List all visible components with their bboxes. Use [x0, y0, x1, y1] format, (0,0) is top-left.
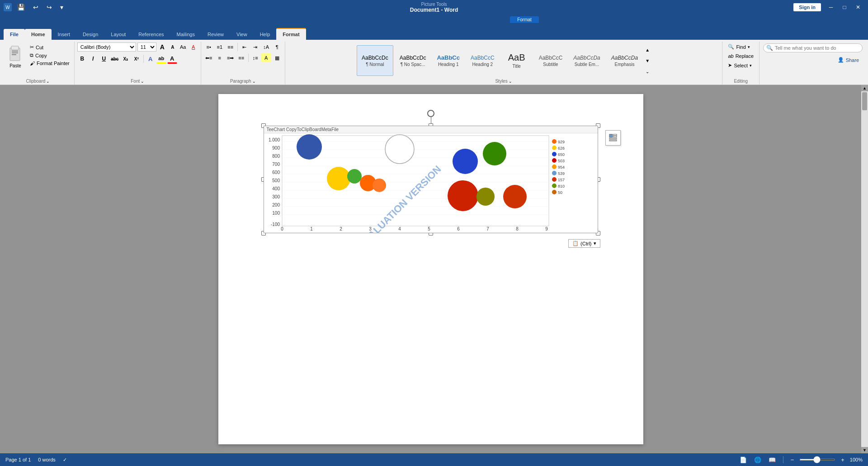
paste-options-popup[interactable]: 📋 (Ctrl) ▾: [568, 239, 600, 248]
tab-home[interactable]: Home: [25, 29, 52, 40]
vertical-scrollbar[interactable]: ▲ ▼: [861, 85, 868, 453]
close-button[interactable]: ✕: [852, 2, 864, 13]
quick-customize-btn[interactable]: ▾: [57, 3, 66, 12]
cut-button[interactable]: ✂ Cut: [28, 43, 71, 51]
font-color-button[interactable]: A: [167, 54, 177, 64]
font-expand-icon[interactable]: ⌄: [141, 79, 144, 84]
read-mode-btn[interactable]: 📖: [767, 456, 778, 464]
align-right-button[interactable]: ≡➡: [226, 53, 236, 62]
tab-design[interactable]: Design: [76, 29, 104, 40]
multilevel-list-button[interactable]: ≡≡: [226, 42, 236, 52]
bullet-list-button[interactable]: ≡•: [204, 42, 214, 52]
styles-expand-icon[interactable]: ⌄: [509, 79, 512, 84]
style-title-preview: AaB: [508, 52, 525, 63]
chart-wrapper[interactable]: TeeChart CopyToClipBoardMetaFile 1.000 9…: [264, 126, 598, 233]
scroll-thumb[interactable]: [862, 92, 867, 110]
paste-icon: [7, 44, 24, 63]
copy-button[interactable]: ⧉ Copy: [28, 52, 71, 59]
clipboard-expand-icon[interactable]: ⌄: [46, 79, 50, 84]
text-highlight-button[interactable]: ab: [156, 54, 166, 64]
layout-options-popup[interactable]: [605, 130, 621, 146]
style-subtle-em-preview: AaBbCcDa: [573, 55, 600, 61]
svg-text:600: 600: [272, 170, 280, 175]
numbered-list-button[interactable]: ≡1: [215, 42, 225, 52]
style-heading2[interactable]: AaBbCcC Heading 2: [466, 45, 499, 76]
print-layout-btn[interactable]: 📄: [738, 456, 749, 464]
styles-scroll-down[interactable]: ▼: [644, 56, 651, 65]
web-layout-btn[interactable]: 🌐: [752, 456, 763, 464]
zoom-out-btn[interactable]: −: [789, 456, 796, 464]
style-heading1[interactable]: AaBbCc Heading 1: [432, 45, 464, 76]
clear-formatting-button[interactable]: A: [189, 42, 198, 52]
change-case-button[interactable]: Aa: [179, 42, 188, 52]
tab-layout[interactable]: Layout: [104, 29, 132, 40]
quick-redo-btn[interactable]: ↪: [44, 3, 55, 12]
font-family-select[interactable]: Calibri (Body): [77, 42, 136, 52]
increase-indent-button[interactable]: ⇥: [250, 42, 260, 52]
search-box[interactable]: 🔍: [763, 43, 863, 52]
underline-button[interactable]: U: [99, 54, 109, 64]
share-button[interactable]: 👤 Share: [834, 55, 863, 65]
tab-mailings[interactable]: Mailings: [170, 29, 201, 40]
scroll-up-button[interactable]: ▲: [861, 85, 868, 91]
shading-button[interactable]: A: [261, 53, 271, 62]
scroll-down-button[interactable]: ▼: [861, 447, 868, 453]
decrease-indent-button[interactable]: ⇤: [240, 42, 250, 52]
show-hide-button[interactable]: ¶: [272, 42, 282, 52]
replace-button[interactable]: ab Replace: [725, 52, 756, 60]
svg-text:5: 5: [428, 226, 430, 231]
font-shrink-button[interactable]: A: [168, 42, 177, 52]
restore-button[interactable]: □: [838, 2, 851, 13]
style-subtitle[interactable]: AaBbCcC Subtitle: [534, 45, 567, 76]
paragraph-group: ≡• ≡1 ≡≡ ⇤ ⇥ ↕A ¶ ⬅≡ ≡ ≡➡ ≡≡ ↕≡ A ▦ Para…: [201, 42, 285, 85]
bold-button[interactable]: B: [77, 54, 87, 64]
tab-view[interactable]: View: [230, 29, 254, 40]
quick-save-btn[interactable]: 💾: [14, 3, 28, 12]
tab-file[interactable]: File: [4, 29, 25, 40]
styles-scroll-up[interactable]: ▲: [644, 45, 651, 54]
style-normal[interactable]: AaBbCcDc ¶ Normal: [357, 45, 393, 76]
borders-button[interactable]: ▦: [272, 53, 282, 62]
sign-in-button[interactable]: Sign in: [793, 3, 821, 11]
strikethrough-button[interactable]: abc: [110, 54, 120, 64]
quick-undo-btn[interactable]: ↩: [30, 3, 41, 12]
svg-text:1.000: 1.000: [268, 137, 279, 142]
tab-help[interactable]: Help: [254, 29, 277, 40]
style-no-spacing[interactable]: AaBbCcDc ¶ No Spac...: [395, 45, 431, 76]
paragraph-expand-icon[interactable]: ⌄: [252, 79, 256, 84]
minimize-button[interactable]: ─: [825, 2, 837, 13]
svg-text:200: 200: [272, 202, 280, 207]
style-title[interactable]: AaB Title: [501, 45, 533, 76]
justify-button[interactable]: ≡≡: [236, 53, 246, 62]
style-subtle-emphasis[interactable]: AaBbCcDa Subtle Em...: [569, 45, 604, 76]
italic-button[interactable]: I: [88, 54, 98, 64]
tab-review[interactable]: Review: [201, 29, 230, 40]
line-spacing-button[interactable]: ↕≡: [250, 53, 260, 62]
tab-format[interactable]: Format: [276, 28, 306, 40]
font-grow-button[interactable]: A: [158, 42, 167, 52]
align-center-button[interactable]: ≡: [215, 53, 225, 62]
select-button[interactable]: ➤ Select ▾: [725, 61, 755, 70]
style-emphasis[interactable]: AaBbCcDa Emphasis: [607, 45, 642, 76]
svg-text:6: 6: [457, 226, 460, 231]
styles-expand[interactable]: ⌄: [644, 67, 651, 76]
sort-button[interactable]: ↕A: [261, 42, 271, 52]
superscript-button[interactable]: X²: [132, 54, 142, 64]
search-input[interactable]: [775, 45, 859, 51]
picture-tools-format-tab[interactable]: Format: [510, 16, 539, 23]
zoom-in-btn[interactable]: +: [839, 456, 846, 464]
rotate-handle[interactable]: [427, 110, 434, 117]
font-size-select[interactable]: 11: [137, 42, 156, 52]
styles-group: AaBbCcDc ¶ Normal AaBbCcDc ¶ No Spac... …: [285, 42, 723, 85]
tab-insert[interactable]: Insert: [52, 29, 77, 40]
text-effects-button[interactable]: A: [146, 54, 156, 64]
format-painter-button[interactable]: 🖌 Format Painter: [28, 60, 71, 67]
paste-button[interactable]: Paste: [5, 42, 26, 70]
picture-tools-label: Picture Tools: [410, 2, 458, 7]
tab-references[interactable]: References: [132, 29, 170, 40]
find-button[interactable]: 🔍 Find ▾: [725, 42, 752, 51]
zoom-slider[interactable]: [799, 459, 835, 461]
clipboard-small-buttons: ✂ Cut ⧉ Copy 🖌 Format Painter: [28, 43, 71, 67]
align-left-button[interactable]: ⬅≡: [204, 53, 214, 62]
subscript-button[interactable]: X₂: [121, 54, 131, 64]
